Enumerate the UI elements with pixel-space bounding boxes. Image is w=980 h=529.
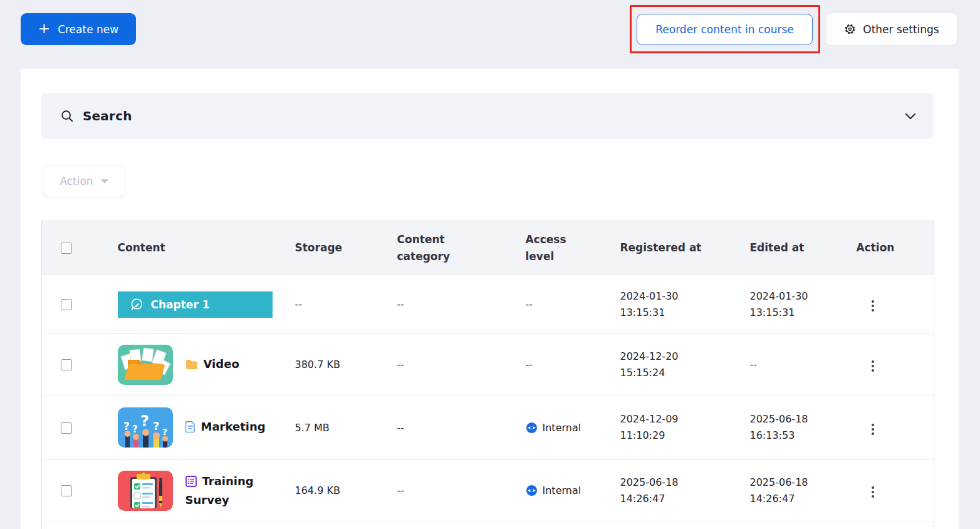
category-value: -- <box>384 460 514 521</box>
create-new-button[interactable]: + Create new <box>21 13 136 45</box>
gear-icon <box>844 23 856 35</box>
header-access-level: Access level <box>514 221 612 275</box>
svg-text:?: ? <box>132 424 138 435</box>
plus-icon: + <box>38 21 50 36</box>
header-content-category: Content category <box>384 221 514 275</box>
registered-at-value: 2025-06-18 14:26:47 <box>620 474 699 507</box>
reorder-content-button[interactable]: Reorder content in course <box>637 14 813 45</box>
table-header-row: Content Storage Content category Access … <box>42 221 934 275</box>
reorder-content-label: Reorder content in course <box>655 23 793 36</box>
caret-down-icon <box>101 179 108 184</box>
access-value: -- <box>514 275 612 334</box>
other-settings-button[interactable]: Other settings <box>826 13 957 46</box>
survey-clipboard-thumbnail[interactable] <box>118 471 173 511</box>
video-folder-thumbnail[interactable] <box>118 345 173 385</box>
content-name: Marketing <box>201 420 266 433</box>
category-value: -- <box>384 395 514 460</box>
edited-at-value: 2025-06-18 14:26:47 <box>750 474 828 507</box>
search-icon <box>60 109 74 123</box>
content-table: Content Storage Content category Access … <box>41 221 934 529</box>
marketing-thumbnail[interactable]: ? ? ? ? ? <box>118 407 173 448</box>
content-panel: Search Action <box>21 69 959 529</box>
internal-eye-icon <box>526 422 538 434</box>
row-checkbox[interactable] <box>61 422 72 434</box>
document-icon <box>185 420 195 437</box>
access-value: Internal <box>543 422 581 434</box>
header-storage: Storage <box>286 221 384 275</box>
content-management-page: + Create new Reorder content in course O… <box>0 0 980 529</box>
table-row-partial <box>42 521 934 529</box>
folder-icon <box>185 357 198 374</box>
svg-text:?: ? <box>140 412 149 430</box>
svg-text:?: ? <box>123 420 130 432</box>
storage-value: 380.7 KB <box>286 334 384 395</box>
header-action: Action <box>847 221 934 275</box>
registered-at-value: 2024-12-09 11:10:29 <box>620 411 699 444</box>
edited-at-value: -- <box>750 357 758 373</box>
registered-at-value: 2024-12-20 15:15:24 <box>620 348 699 381</box>
content-name: Chapter 1 <box>151 298 210 311</box>
svg-text:?: ? <box>153 419 159 432</box>
table-row: Video 380.7 KB -- -- 2024-12-20 15:15:24… <box>42 334 934 395</box>
row-action-menu-button[interactable] <box>867 296 879 315</box>
chevron-down-icon[interactable] <box>905 113 916 120</box>
edited-at-value: 2025-06-18 16:13:53 <box>750 411 828 444</box>
edit-bubble-icon <box>130 297 144 312</box>
row-checkbox[interactable] <box>61 485 72 496</box>
chapter-badge[interactable]: Chapter 1 <box>118 291 273 318</box>
row-checkbox[interactable] <box>61 299 72 310</box>
access-value: Internal <box>543 484 581 496</box>
table-row: Chapter 1 -- -- -- 2024-01-30 13:15:31 2… <box>42 275 934 334</box>
registered-at-value: 2024-01-30 13:15:31 <box>620 288 699 321</box>
storage-value: 164.9 KB <box>286 460 384 521</box>
action-dropdown-button[interactable]: Action <box>43 165 125 197</box>
content-name-group[interactable]: Training Survey <box>185 473 283 508</box>
access-value: -- <box>514 334 612 395</box>
other-settings-label: Other settings <box>863 23 939 36</box>
content-name: Video <box>204 357 239 370</box>
table-row: Training Survey 164.9 KB -- <box>42 460 934 521</box>
storage-value: -- <box>286 275 384 334</box>
create-new-label: Create new <box>58 23 118 36</box>
header-content: Content <box>107 221 286 275</box>
content-name-group[interactable]: Video <box>185 355 239 374</box>
survey-list-icon <box>185 474 197 491</box>
action-dropdown-label: Action <box>60 175 93 187</box>
row-action-menu-button[interactable] <box>867 420 879 439</box>
category-value: -- <box>384 334 514 395</box>
select-all-checkbox[interactable] <box>61 243 72 254</box>
table-row: ? ? ? ? ? <box>42 395 934 460</box>
row-action-menu-button[interactable] <box>867 483 879 501</box>
row-action-menu-button[interactable] <box>867 357 879 375</box>
header-registered-at: Registered at <box>612 221 740 275</box>
search-panel-toggle[interactable]: Search <box>41 93 934 139</box>
category-value: -- <box>384 275 514 334</box>
header-edited-at: Edited at <box>740 221 847 275</box>
svg-text:?: ? <box>162 427 167 437</box>
content-name-group[interactable]: Marketing <box>185 418 266 437</box>
edited-at-value: 2024-01-30 13:15:31 <box>750 288 828 321</box>
internal-eye-icon <box>526 484 538 496</box>
row-checkbox[interactable] <box>61 359 72 370</box>
search-panel-title: Search <box>83 108 132 123</box>
storage-value: 5.7 MB <box>286 395 384 460</box>
